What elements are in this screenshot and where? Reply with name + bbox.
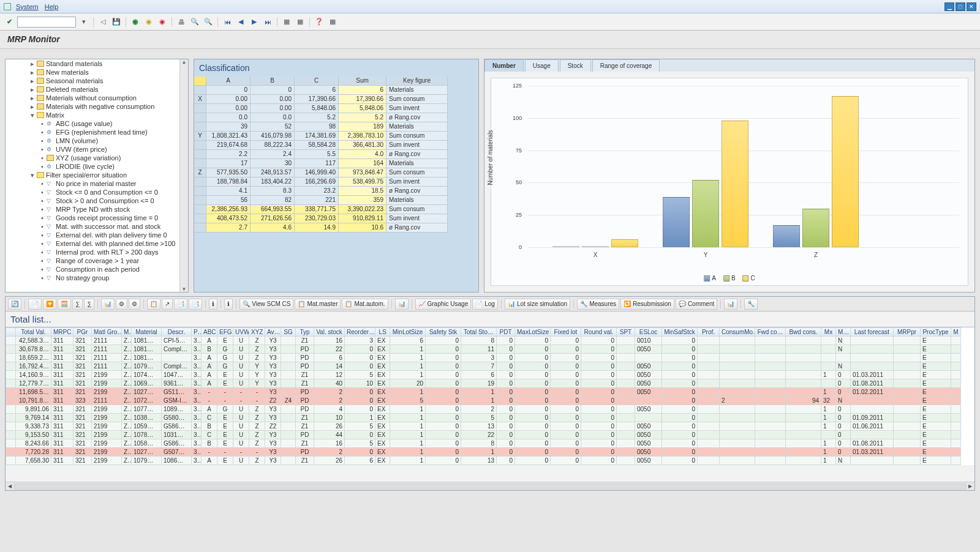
horizontal-scrollbar[interactable]: ◀▶ bbox=[6, 482, 974, 490]
column-header[interactable]: M… bbox=[836, 328, 851, 337]
table-row[interactable]: 18,659.2…3113212111Z…1081…3…AGUZY3PD60EX… bbox=[6, 354, 961, 362]
min-icon[interactable]: ▁ bbox=[944, 2, 954, 11]
toolbar-button[interactable]: 📑 bbox=[189, 299, 202, 310]
column-header[interactable]: ESLoc bbox=[635, 328, 662, 337]
tree-item[interactable]: ▸Materials without consumption bbox=[6, 94, 188, 102]
shortcut-icon[interactable]: ▦ bbox=[295, 17, 306, 28]
tree-item[interactable]: ▸New materials bbox=[6, 68, 188, 76]
column-header[interactable]: Matl Gro… bbox=[92, 328, 122, 337]
new-session-icon[interactable]: ▦ bbox=[281, 17, 292, 28]
column-header[interactable]: Material bbox=[132, 328, 162, 337]
close-icon[interactable]: ✕ bbox=[967, 2, 976, 11]
menu-system[interactable]: System bbox=[16, 3, 39, 10]
toolbar-button[interactable]: 📄Log bbox=[472, 299, 498, 310]
tree-item[interactable]: •▽Consumption in each period bbox=[6, 265, 188, 274]
column-header[interactable]: Typ bbox=[296, 328, 314, 337]
table-row[interactable]: 7,720.283113212199Z…1027…G507…3…----Y3PD… bbox=[6, 448, 961, 457]
menu-help[interactable]: Help bbox=[45, 3, 59, 10]
chart-tab[interactable]: Usage bbox=[525, 59, 559, 72]
table-row[interactable]: 10,791.8…3113232111Z…1072…GSM-I…3…----Z2… bbox=[6, 397, 961, 405]
column-header[interactable]: SG bbox=[281, 328, 296, 337]
max-icon[interactable]: □ bbox=[956, 2, 965, 11]
tree-scrollbar[interactable]: ▲ ▼ bbox=[179, 59, 188, 292]
ok-icon[interactable]: ✔ bbox=[4, 17, 15, 28]
toolbar-button[interactable]: 📑 bbox=[174, 299, 187, 310]
tree-item[interactable]: •▽No price in material master bbox=[6, 179, 188, 188]
toolbar-button[interactable]: 📊 bbox=[395, 299, 409, 310]
toolbar-button[interactable]: ↗ bbox=[162, 299, 173, 310]
column-header[interactable]: PGr bbox=[74, 328, 92, 337]
column-header[interactable]: ConsumMo… bbox=[720, 328, 755, 337]
tree-item[interactable]: •▽No strategy group bbox=[6, 274, 188, 282]
column-header[interactable]: EFG bbox=[217, 328, 233, 337]
tree-item[interactable]: ▸Materials with negative consumption bbox=[6, 102, 188, 111]
column-header[interactable]: Safety Stk bbox=[426, 328, 461, 337]
toolbar-button[interactable]: 🧮 bbox=[58, 299, 71, 310]
column-header[interactable]: M… bbox=[122, 328, 132, 337]
column-header[interactable]: Reorder… bbox=[345, 328, 375, 337]
print-icon[interactable]: 🖶 bbox=[176, 17, 187, 28]
toolbar-button[interactable]: ⚙ bbox=[129, 299, 140, 310]
chart-tab[interactable]: Stock bbox=[560, 59, 591, 72]
toolbar-button[interactable]: 📊Lot size simulation bbox=[505, 299, 570, 310]
tree-item[interactable]: •▽Stock <= 0 and Consumption <= 0 bbox=[6, 188, 188, 196]
table-scroll[interactable]: Total Val.MRPCPGrMatl Gro…M…MaterialDesc… bbox=[6, 327, 974, 465]
column-header[interactable]: XYZ bbox=[249, 328, 265, 337]
table-row[interactable]: 16,792.4…3113212111Z…1079…Compl…3…AGUYY3… bbox=[6, 362, 961, 371]
column-header[interactable]: Mx bbox=[821, 328, 836, 337]
toolbar-button[interactable]: 📋Mat.master bbox=[295, 299, 341, 310]
prev-page-icon[interactable]: ◀ bbox=[235, 17, 246, 28]
chart-tab[interactable]: Number bbox=[484, 59, 524, 72]
column-header[interactable]: Bwd cons. bbox=[786, 328, 821, 337]
tree-item[interactable]: •▽External del. with planned del.time >1… bbox=[6, 239, 188, 248]
column-header[interactable]: P… bbox=[192, 328, 202, 337]
table-row[interactable]: 9,153.503113212199Z…1078…1031…3…CEUZY3PD… bbox=[6, 431, 961, 439]
tree-item[interactable]: •▽MRP Type ND with stock bbox=[6, 205, 188, 214]
toolbar-button[interactable]: ∑ bbox=[84, 299, 94, 310]
help-icon[interactable]: ❓ bbox=[314, 17, 325, 28]
find-next-icon[interactable]: 🔍 bbox=[203, 17, 214, 28]
column-header[interactable]: ABC bbox=[202, 328, 217, 337]
tree-item[interactable]: •⚙ABC (usage value) bbox=[6, 119, 188, 128]
table-row[interactable]: 42,588.3…3113212111Z…1081…CPI-5…3…AEUZY3… bbox=[6, 337, 961, 345]
table-row[interactable]: 8,243.663113212199Z…1058…G586…3…BEUZY3Z1… bbox=[6, 439, 961, 448]
table-row[interactable]: 11,698.5…3113212199Z…1027…G511…3…----Y3P… bbox=[6, 388, 961, 397]
tree-item[interactable]: ▾Matrix bbox=[6, 111, 188, 119]
back-icon[interactable]: ◁ bbox=[97, 17, 108, 28]
column-header[interactable]: PDT bbox=[497, 328, 515, 337]
last-page-icon[interactable]: ⏭ bbox=[262, 17, 273, 28]
command-field[interactable] bbox=[17, 17, 76, 28]
first-page-icon[interactable]: ⏮ bbox=[222, 17, 233, 28]
toolbar-button[interactable]: 📋 bbox=[147, 299, 160, 310]
tree-item[interactable]: ▸Seasonal materials bbox=[6, 76, 188, 85]
tree-item[interactable]: •▽Internal prod. with RLT > 200 days bbox=[6, 248, 188, 256]
tree-item[interactable]: •▽Stock > 0 and Consumption <= 0 bbox=[6, 196, 188, 205]
toolbar-button[interactable]: 📊 bbox=[724, 299, 737, 310]
column-header[interactable]: LS bbox=[375, 328, 390, 337]
table-row[interactable]: 9,338.733113212199Z…1059…G586…3…BEUZZ2Z1… bbox=[6, 422, 961, 431]
toolbar-button[interactable]: ℹ bbox=[209, 299, 217, 310]
column-header[interactable]: Last forecast bbox=[851, 328, 894, 337]
toolbar-button[interactable]: 🔽 bbox=[43, 299, 56, 310]
toolbar-button[interactable]: 📋Mat.autom. bbox=[342, 299, 388, 310]
column-header[interactable]: Val. stock bbox=[314, 328, 345, 337]
table-row[interactable]: 12,779.7…3113212199Z…1069…9361…3…AEUYY3Z… bbox=[6, 379, 961, 388]
column-header[interactable]: Prof. bbox=[698, 328, 720, 337]
nav-exit-icon[interactable]: ◉ bbox=[143, 17, 154, 28]
tree-item[interactable]: •⚙EFG (replenishment lead time) bbox=[6, 128, 188, 136]
toolbar-button[interactable]: 📄 bbox=[28, 299, 42, 310]
table-row[interactable]: 9,891.063113212199Z…1077…1089…3…AGUZY3PD… bbox=[6, 405, 961, 414]
tree-item[interactable]: ▸Standard materials bbox=[6, 59, 188, 68]
table-row[interactable]: 9,769.143113212199Z…1038…G580…3…CEUZY3Z1… bbox=[6, 414, 961, 422]
nav-back-icon[interactable]: ◉ bbox=[130, 17, 141, 28]
column-header[interactable]: Total Val. bbox=[16, 328, 51, 337]
column-header[interactable]: MaxLotSize bbox=[515, 328, 551, 337]
column-header[interactable]: MRPpr bbox=[894, 328, 921, 337]
column-header[interactable]: MinSafStck bbox=[662, 328, 698, 337]
toolbar-button[interactable]: 🔍View SCM CS bbox=[239, 299, 293, 310]
find-icon[interactable]: 🔍 bbox=[189, 17, 200, 28]
toolbar-button[interactable]: 🔄 bbox=[8, 299, 21, 310]
column-header[interactable]: M bbox=[951, 328, 961, 337]
column-header[interactable]: Av… bbox=[265, 328, 281, 337]
table-row[interactable]: 14,160.9…3113212199Z…1074…1047…3…AEUYY3Z… bbox=[6, 371, 961, 379]
